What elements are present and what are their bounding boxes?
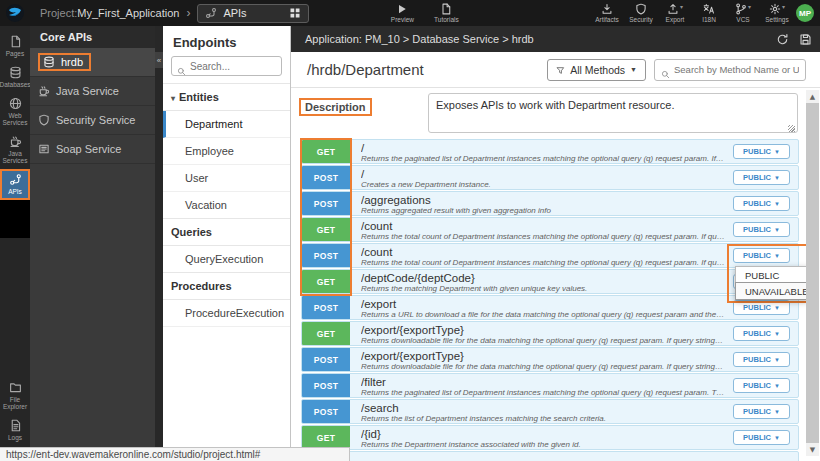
api-endpoint-row[interactable]: POST/aggregationsReturns aggregated resu…	[301, 191, 799, 216]
save-icon[interactable]	[799, 33, 812, 46]
api-endpoint-row[interactable]: POST/filterReturns the paginated list of…	[301, 373, 799, 398]
collapse-panel-button[interactable]: «	[155, 52, 163, 68]
method-badge: GET	[302, 270, 350, 293]
sidebar-item-web-services[interactable]: Web Services	[0, 93, 30, 131]
topbar-settings-button[interactable]: ▾Settings	[762, 0, 792, 26]
topbar-security-button[interactable]: Security	[626, 0, 656, 26]
chevron-down-icon: ▼	[774, 201, 780, 207]
api-endpoint-row[interactable]: POST/searchReturns the list of Departmen…	[301, 399, 799, 424]
sidebar-item-logs[interactable]: Logs	[0, 415, 30, 446]
endpoints-section-entities[interactable]: ▾Entities	[163, 83, 290, 111]
access-dropdown-button[interactable]: PUBLIC▼	[733, 222, 790, 237]
chevron-down-icon: ▼	[774, 409, 780, 415]
method-search[interactable]	[654, 59, 806, 81]
sidebar-item-java-services[interactable]: Java Services	[0, 131, 30, 169]
tab-apis[interactable]: APIs	[197, 4, 309, 23]
topbar-vcs-button[interactable]: ▾VCS	[728, 0, 758, 26]
access-option-unavailable[interactable]: UNAVAILABLE	[736, 283, 808, 299]
api-endpoint-row[interactable]: PUT	[301, 451, 799, 461]
topbar-artifacts-button[interactable]: Artifacts	[592, 0, 622, 26]
topbar-label: Security	[629, 16, 652, 23]
method-badge: POST	[302, 348, 350, 371]
endpoint-info: /filterReturns the paginated list of Dep…	[350, 374, 733, 397]
scroll-up-arrow[interactable]: ▲	[806, 90, 819, 103]
endpoint-item-department[interactable]: Department	[163, 111, 290, 138]
topbar-label: Settings	[765, 16, 789, 23]
access-dropdown-button[interactable]: PUBLIC▼	[733, 352, 790, 367]
endpoints-search[interactable]	[171, 56, 282, 76]
api-endpoint-row[interactable]: POST/Creates a new Department instance.P…	[301, 165, 799, 190]
endpoint-path: /deptCode/{deptCode}	[361, 272, 725, 284]
grid-icon[interactable]	[289, 7, 301, 19]
core-api-security-service[interactable]: Security Service	[30, 106, 155, 135]
topbar-export-button[interactable]: ▾Export	[660, 0, 690, 26]
api-endpoint-row[interactable]: GET/Returns the paginated list of Depart…	[301, 139, 799, 164]
tab-apis-label: APIs	[223, 7, 283, 19]
access-dropdown-button[interactable]: PUBLIC▼	[733, 170, 790, 185]
access-dropdown-button[interactable]: PUBLIC▼	[733, 300, 790, 315]
access-dropdown-button[interactable]: PUBLIC▼	[733, 326, 790, 341]
api-endpoint-row[interactable]: GET/countReturns the total count of Depa…	[301, 217, 799, 242]
endpoint-item-user[interactable]: User	[163, 165, 290, 192]
refresh-icon[interactable]	[776, 33, 789, 46]
rail-label: Logs	[8, 434, 22, 441]
endpoint-item-procedureexecution[interactable]: ProcedureExecution	[163, 300, 290, 327]
sidebar-item-apis[interactable]: APIs	[0, 169, 30, 200]
method-badge: POST	[302, 192, 350, 215]
endpoint-info	[350, 452, 798, 461]
core-api-java-service[interactable]: Java Service	[30, 77, 155, 106]
endpoint-path: /export/{exportType}	[361, 324, 725, 336]
topbar-tutorials-button[interactable]: Tutorials	[431, 0, 461, 26]
endpoints-section-queries[interactable]: Queries	[163, 218, 290, 246]
access-dropdown-button[interactable]: PUBLIC▼	[733, 248, 790, 263]
i18n-icon	[703, 3, 715, 15]
api-endpoint-row[interactable]: GET/deptCode/{deptCode}Returns the match…	[301, 269, 799, 294]
topbar-right-actions: ArtifactsSecurity▾ExportI18N▾VCS▾Setting…	[592, 0, 792, 26]
endpoint-item-vacation[interactable]: Vacation	[163, 192, 290, 219]
access-dropdown-button[interactable]: PUBLIC▼	[733, 196, 790, 211]
download-icon	[601, 3, 613, 15]
access-dropdown-button[interactable]: PUBLIC▼	[733, 144, 790, 159]
description-textarea[interactable]	[428, 93, 798, 133]
core-apis-panel: Core APIs hrdbJava ServiceSecurity Servi…	[30, 26, 155, 461]
topbar-preview-button[interactable]: Preview	[387, 0, 417, 26]
wavemaker-logo-icon[interactable]	[0, 0, 30, 26]
access-dropdown-button[interactable]: PUBLIC▼	[733, 378, 790, 393]
core-api-label: Soap Service	[56, 143, 121, 155]
vertical-scrollbar[interactable]: ▲ ▼	[806, 90, 819, 456]
endpoints-section-procedures[interactable]: Procedures	[163, 272, 290, 300]
section-label: Procedures	[171, 280, 232, 292]
scroll-down-arrow[interactable]: ▼	[806, 443, 819, 456]
endpoint-path: /	[361, 142, 725, 154]
sidebar-item-file-explorer[interactable]: File Explorer	[0, 377, 30, 415]
topbar-label: Preview	[391, 16, 414, 23]
api-endpoint-row[interactable]: POST/exportReturns a URL to download a f…	[301, 295, 799, 320]
api-endpoint-row[interactable]: POST/countReturns the total count of Dep…	[301, 243, 799, 268]
topbar-label: Tutorials	[434, 16, 459, 23]
endpoint-info: /{id}Returns the Department instance ass…	[350, 426, 733, 449]
endpoints-search-input[interactable]	[190, 61, 276, 72]
method-search-input[interactable]	[674, 64, 799, 75]
rail-label: Pages	[6, 50, 24, 57]
access-option-public[interactable]: PUBLIC	[736, 267, 808, 283]
scrollbar-thumb[interactable]	[806, 103, 819, 443]
all-methods-dropdown[interactable]: All Methods ▼	[547, 59, 646, 81]
core-api-hrdb[interactable]: hrdb	[30, 48, 155, 77]
sidebar-item-pages[interactable]: Pages	[0, 31, 30, 62]
endpoint-item-employee[interactable]: Employee	[163, 138, 290, 165]
access-dropdown-button[interactable]: PUBLIC▼	[733, 430, 790, 445]
api-endpoint-row[interactable]: GET/export/{exportType}Returns downloada…	[301, 321, 799, 346]
api-endpoint-row[interactable]: GET/{id}Returns the Department instance …	[301, 425, 799, 450]
sidebar-item-databases[interactable]: Databases	[0, 62, 30, 93]
access-dropdown-button[interactable]: PUBLIC▼	[733, 404, 790, 419]
endpoint-path: /{id}	[361, 428, 725, 440]
folder-icon	[9, 381, 22, 394]
endpoint-item-queryexecution[interactable]: QueryExecution	[163, 246, 290, 273]
project-name[interactable]: Project:My_First_Application	[40, 7, 179, 19]
endpoint-description: Returns the total count of Department in…	[361, 258, 725, 267]
endpoint-info: /exportReturns a URL to download a file …	[350, 296, 733, 319]
core-api-soap-service[interactable]: Soap Service	[30, 135, 155, 164]
api-endpoint-row[interactable]: POST/export/{exportType}Returns download…	[301, 347, 799, 372]
user-avatar[interactable]: MP	[796, 4, 814, 22]
topbar-i18n-button[interactable]: I18N	[694, 0, 724, 26]
